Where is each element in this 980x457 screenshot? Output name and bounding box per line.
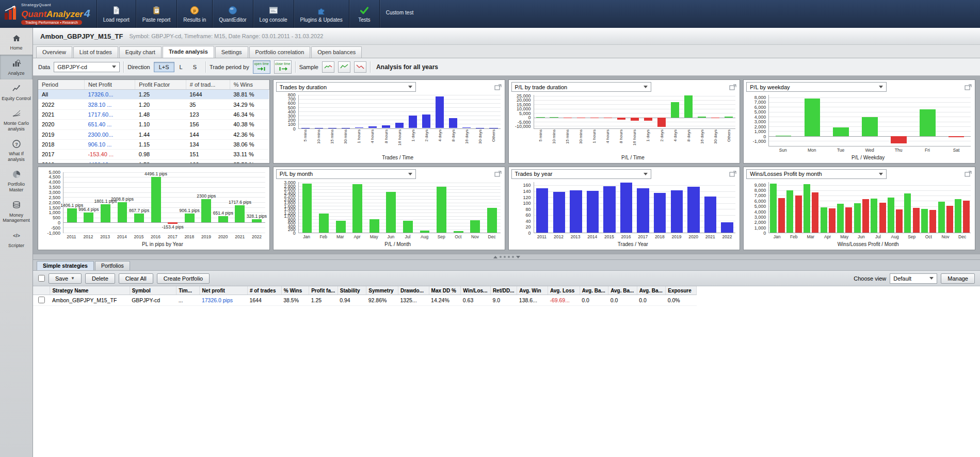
- expand-chart-icon[interactable]: [494, 170, 502, 177]
- column-header[interactable]: Max DD %: [429, 286, 461, 295]
- delete-button[interactable]: Delete: [85, 273, 115, 284]
- results-in-button[interactable]: p Results in: [177, 0, 212, 28]
- table-row[interactable]: 20211717.60...1.4812346.34 %: [38, 109, 269, 119]
- direction-long-short-button[interactable]: L+S: [154, 62, 174, 72]
- column-header[interactable]: Net Profit: [84, 80, 135, 90]
- column-header[interactable]: Stability: [338, 286, 366, 295]
- column-header[interactable]: Avg. Win: [517, 286, 548, 295]
- expand-chart-icon[interactable]: [964, 84, 972, 91]
- view-select[interactable]: Default: [890, 273, 937, 284]
- column-header[interactable]: Strategy Name: [50, 286, 130, 295]
- expand-chart-icon[interactable]: [964, 170, 972, 177]
- direction-long-button[interactable]: L: [174, 62, 188, 72]
- bar: [403, 221, 413, 233]
- sidebar-item-scripter[interactable]: </> Scripter: [0, 226, 33, 252]
- bar: [862, 117, 878, 136]
- column-header[interactable]: Exposure: [666, 286, 697, 295]
- table-row[interactable]: Ambon_GBPJPY_M15_TFGBPJPY-cd...17326.0 p…: [33, 295, 697, 306]
- column-header[interactable]: Tim...: [176, 286, 200, 295]
- column-header[interactable]: Ret/DD...: [490, 286, 517, 295]
- sidebar-item-equity-control[interactable]: Equity Control: [0, 79, 33, 105]
- clear-all-button[interactable]: Clear All: [119, 273, 153, 284]
- table-row[interactable]: 2018906.10 ...1.1513438.06 %: [38, 139, 269, 149]
- plugins-updates-button[interactable]: Plugins & Updates: [294, 0, 349, 28]
- sidebar-item-home[interactable]: Home: [0, 29, 33, 55]
- load-report-button[interactable]: Load report: [97, 0, 136, 28]
- column-header[interactable]: Avg. Ba...: [637, 286, 666, 295]
- tab-overview[interactable]: Overview: [36, 46, 72, 58]
- bar: [725, 117, 733, 118]
- paste-report-button[interactable]: Paste report: [136, 0, 176, 28]
- column-header[interactable]: Avg. Ba...: [580, 286, 608, 295]
- column-header[interactable]: Avg. Loss: [548, 286, 580, 295]
- column-header[interactable]: # of trad...: [186, 80, 230, 90]
- sidebar-item-portfolio-master[interactable]: Portfolio Master: [0, 166, 33, 196]
- tab-list-of-trades[interactable]: List of trades: [73, 46, 118, 58]
- x-tick-label: 2011: [537, 234, 547, 239]
- x-axis-title: PL in pips by Year: [60, 240, 265, 248]
- column-header[interactable]: Symmetry: [366, 286, 398, 295]
- panel-splitter-handle[interactable]: [33, 254, 980, 260]
- sample-all-button[interactable]: [322, 61, 334, 73]
- custom-test-button[interactable]: Custom test: [380, 0, 420, 28]
- tab-trade-analysis[interactable]: Trade analysis: [163, 46, 214, 58]
- tab-open-balances[interactable]: Open balances: [311, 46, 362, 58]
- bar: [770, 184, 777, 233]
- table-row[interactable]: 20192300.00...1.4414442.36 %: [38, 129, 269, 139]
- tab-portfolio-correlation[interactable]: Portfolio correlation: [249, 46, 311, 58]
- table-row[interactable]: 2017-153.40 ...0.9815133.11 %: [38, 150, 269, 159]
- column-header[interactable]: Profit fa...: [309, 286, 338, 295]
- report-subtitle: Symbol: GBPJPY-cd, Timeframe: M15, Date …: [129, 33, 323, 39]
- sidebar-item-what-if[interactable]: ? What If analysis: [0, 135, 33, 166]
- save-button[interactable]: Save▼: [49, 273, 82, 284]
- column-header[interactable]: Win/Los...: [461, 286, 491, 295]
- select-all-checkbox[interactable]: [38, 275, 45, 282]
- table-cell: All: [38, 90, 84, 100]
- table-row[interactable]: 2022328.10 ...1.203534.29 %: [38, 100, 269, 109]
- tests-button[interactable]: Tests: [349, 0, 379, 28]
- expand-chart-icon[interactable]: [729, 170, 737, 177]
- x-tick-label: 4 hours: [605, 129, 610, 143]
- tab-portfolios[interactable]: Portfolios: [95, 261, 130, 270]
- column-header[interactable]: Period: [38, 80, 84, 90]
- chart-type-select[interactable]: P/L by weekday: [746, 82, 886, 92]
- sample-out-of-sample-button[interactable]: [354, 61, 366, 73]
- column-header[interactable]: # of trades: [247, 286, 281, 295]
- tab-simple-strategies[interactable]: Simple strategies: [37, 261, 94, 270]
- expand-chart-icon[interactable]: [494, 84, 502, 91]
- table-cell: 0.98: [135, 150, 186, 159]
- chart-type-select[interactable]: Trades by year: [511, 169, 651, 179]
- svg-text:p: p: [194, 8, 196, 13]
- log-console-button[interactable]: Log console: [253, 0, 294, 28]
- manage-button[interactable]: Manage: [941, 273, 975, 284]
- tab-equity-chart[interactable]: Equity chart: [119, 46, 162, 58]
- row-checkbox[interactable]: [38, 297, 45, 303]
- chart-type-select[interactable]: Trades by duration: [276, 82, 416, 92]
- column-header[interactable]: Avg. Ba...: [608, 286, 637, 295]
- column-header[interactable]: Symbol: [130, 286, 176, 295]
- quant-editor-button[interactable]: QuantEditor: [213, 0, 252, 28]
- direction-short-button[interactable]: S: [188, 62, 202, 72]
- data-select[interactable]: GBPJPY-cd: [54, 62, 120, 72]
- trade-period-close-time-button[interactable]: close time: [274, 60, 292, 74]
- sample-in-sample-button[interactable]: [338, 61, 350, 73]
- table-row[interactable]: 2020651.40 ...1.1015640.38 %: [38, 120, 269, 129]
- expand-chart-icon[interactable]: [729, 84, 737, 91]
- sidebar-item-monte-carlo[interactable]: Monte Carlo analysis: [0, 105, 33, 135]
- chart-type-select[interactable]: P/L by month: [276, 169, 416, 179]
- column-header[interactable]: Drawdo...: [398, 286, 429, 295]
- sidebar-item-money-management[interactable]: Money Management: [0, 196, 33, 226]
- chart-type-select[interactable]: P/L by trade duration: [511, 82, 651, 92]
- table-row[interactable]: 20164496.10...1.5316935.50 %: [38, 159, 269, 163]
- create-portfolio-button[interactable]: Create Portfolio: [157, 273, 210, 284]
- column-header[interactable]: % Wins: [281, 286, 309, 295]
- gridline: [769, 136, 971, 137]
- chart-type-select[interactable]: Wins/Losses Profit by month: [746, 169, 886, 179]
- column-header[interactable]: Net profit: [200, 286, 248, 295]
- tab-settings[interactable]: Settings: [215, 46, 248, 58]
- column-header[interactable]: % Wins: [230, 80, 269, 90]
- column-header[interactable]: Profit Factor: [135, 80, 186, 90]
- sidebar-item-analyze[interactable]: Analyze: [0, 55, 33, 80]
- table-row[interactable]: All17326.0...1.25164438.81 %: [38, 90, 269, 100]
- trade-period-open-time-button[interactable]: open time: [253, 60, 270, 74]
